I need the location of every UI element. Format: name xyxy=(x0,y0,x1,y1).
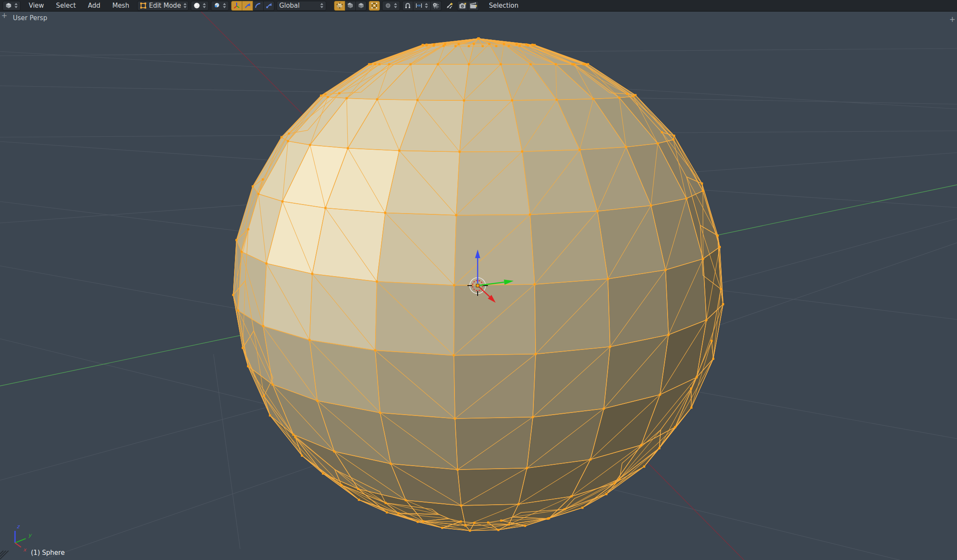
clapperboard-icon xyxy=(469,2,477,9)
header-menus: View Select Add Mesh xyxy=(23,2,135,9)
snap-target-button[interactable] xyxy=(431,1,442,11)
menu-view[interactable]: View xyxy=(23,2,50,9)
magnet-icon xyxy=(404,2,411,9)
edge-select-toggle[interactable] xyxy=(345,1,356,11)
updown-arrows-icon xyxy=(183,3,187,9)
select-mode-group xyxy=(334,1,367,11)
properties-expand-icon[interactable]: + xyxy=(949,16,956,23)
manipulator-toggle[interactable] xyxy=(231,1,242,11)
orientation-dropdown[interactable]: Global xyxy=(277,1,326,11)
updown-arrows-icon xyxy=(424,3,428,9)
corner-resize-grip[interactable] xyxy=(0,551,9,560)
updown-arrows-icon xyxy=(223,3,226,9)
align-arrows-icon xyxy=(445,2,453,9)
menu-select[interactable]: Select xyxy=(50,2,82,9)
mode-dropdown[interactable]: Edit Mode xyxy=(137,1,189,11)
viewport-header: View Select Add Mesh Edit Mode xyxy=(0,0,957,12)
occlude-geometry-toggle[interactable] xyxy=(369,1,380,11)
snap-group xyxy=(402,1,442,11)
toolshelf-expand-icon[interactable]: + xyxy=(1,12,8,19)
face-select-cube-icon xyxy=(358,2,364,9)
translate-arrow-icon xyxy=(244,2,251,9)
menu-mesh[interactable]: Mesh xyxy=(106,2,135,9)
editor-type-button[interactable] xyxy=(3,1,21,11)
edit-mode-icon xyxy=(140,2,147,9)
snap-target-grid-icon xyxy=(433,2,439,9)
opengl-render-animation-button[interactable] xyxy=(468,1,479,11)
manipulator-axis-icon xyxy=(233,2,240,9)
gizmo-y-label: y xyxy=(28,532,32,538)
view-name-label: User Persp xyxy=(13,14,47,22)
blender-window: View Select Add Mesh Edit Mode xyxy=(0,0,957,560)
updown-arrows-icon xyxy=(394,3,397,9)
snap-element-dropdown[interactable] xyxy=(413,1,431,11)
proportional-edit-dropdown[interactable] xyxy=(382,1,400,11)
mini-axis-gizmo: z y x xyxy=(3,516,38,555)
opengl-render-group xyxy=(457,1,479,11)
snap-toggle[interactable] xyxy=(402,1,413,11)
camera-icon xyxy=(459,2,466,9)
snap-increment-icon xyxy=(415,2,422,9)
editor-type-3dview-icon xyxy=(5,3,12,9)
scale-manipulator-toggle[interactable] xyxy=(264,1,274,11)
status-label: Selection xyxy=(489,2,518,9)
viewport-shading-solid-icon xyxy=(193,2,200,9)
manipulator-group xyxy=(231,1,274,11)
translate-manipulator-toggle[interactable] xyxy=(242,1,253,11)
proportional-edit-off-icon xyxy=(385,2,391,9)
gizmo-z-label: z xyxy=(17,524,20,530)
updown-arrows-icon xyxy=(14,3,18,9)
face-select-toggle[interactable] xyxy=(356,1,367,11)
limit-selection-visible-icon xyxy=(371,2,378,9)
vertex-select-cube-icon xyxy=(336,2,343,9)
menu-add[interactable]: Add xyxy=(82,2,106,9)
rotate-arc-icon xyxy=(255,2,262,9)
updown-arrows-icon xyxy=(202,3,206,9)
rotate-manipulator-toggle[interactable] xyxy=(253,1,264,11)
orientation-label: Global xyxy=(279,2,300,9)
pivot-point-dropdown[interactable] xyxy=(211,1,229,11)
edge-select-cube-icon xyxy=(347,2,354,9)
gizmo-x-label: x xyxy=(23,547,27,553)
vertex-select-toggle[interactable] xyxy=(334,1,345,11)
updown-arrows-icon xyxy=(320,3,324,9)
viewport-canvas[interactable] xyxy=(0,11,957,560)
opengl-render-image-button[interactable] xyxy=(457,1,468,11)
scale-arrow-icon xyxy=(265,2,272,9)
pivot-median-point-icon xyxy=(214,2,220,9)
snap-align-rotation-button[interactable] xyxy=(444,1,455,11)
shading-dropdown[interactable] xyxy=(191,1,209,11)
mode-dropdown-label: Edit Mode xyxy=(149,2,181,9)
3d-viewport[interactable]: User Persp (1) Sphere + + z y x xyxy=(0,11,957,560)
